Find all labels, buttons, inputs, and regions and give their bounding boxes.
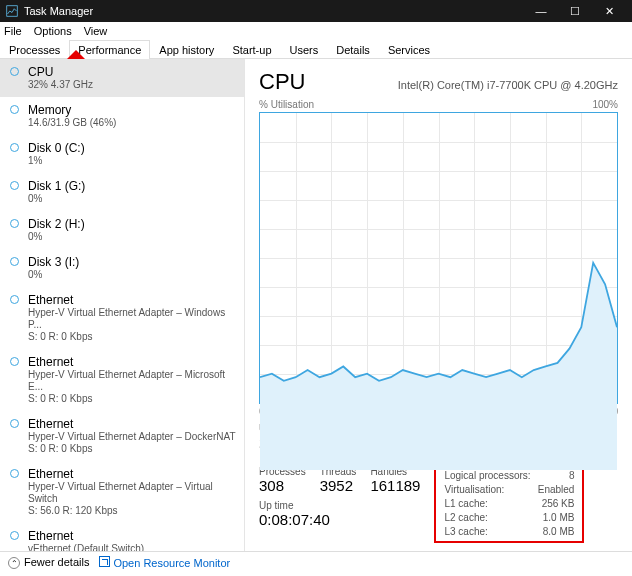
detail-value: 1.0 MB xyxy=(543,511,575,525)
detail-key: L2 cache: xyxy=(444,511,487,525)
stat-processes-value: 308 xyxy=(259,477,306,494)
open-resource-monitor-label: Open Resource Monitor xyxy=(113,557,230,569)
stat-threads: Threads 3952 xyxy=(320,466,357,494)
stat-handles: Handles 161189 xyxy=(370,466,420,494)
tab-details[interactable]: Details xyxy=(327,40,379,59)
sidebar-item-title: CPU xyxy=(28,65,236,79)
tab-app-history[interactable]: App history xyxy=(150,40,223,59)
sidebar-item-cpu[interactable]: CPU32% 4.37 GHz xyxy=(0,59,244,97)
minimize-button[interactable]: — xyxy=(524,5,558,17)
cpu-model: Intel(R) Core(TM) i7-7700K CPU @ 4.20GHz xyxy=(398,79,618,91)
sidebar-item-title: Ethernet xyxy=(28,355,236,369)
sidebar-item-disk-0-c-[interactable]: Disk 0 (C:)1% xyxy=(0,135,244,173)
sidebar-item-title: Ethernet xyxy=(28,467,236,481)
detail-row: Logical processors:8 xyxy=(444,469,574,483)
detail-row: L3 cache:8.0 MB xyxy=(444,525,574,539)
main-panel: CPU Intel(R) Core(TM) i7-7700K CPU @ 4.2… xyxy=(245,59,632,551)
menu-options[interactable]: Options xyxy=(34,25,72,37)
sidebar-item-sub: 0% xyxy=(28,193,236,205)
sidebar-item-sub: 0% xyxy=(28,231,236,243)
sidebar-item-title: Disk 1 (G:) xyxy=(28,179,236,193)
tabs: Processes Performance App history Start-… xyxy=(0,40,632,59)
detail-row: L1 cache:256 KB xyxy=(444,497,574,511)
sidebar-item-title: Disk 3 (I:) xyxy=(28,255,236,269)
titlebar: Task Manager — ☐ ✕ xyxy=(0,0,632,22)
activity-icon xyxy=(10,219,19,228)
sidebar-item-title: Disk 2 (H:) xyxy=(28,217,236,231)
stat-threads-value: 3952 xyxy=(320,477,357,494)
tab-performance[interactable]: Performance xyxy=(69,40,150,59)
sidebar-item-sub: 32% 4.37 GHz xyxy=(28,79,236,91)
activity-icon xyxy=(10,419,19,428)
activity-icon xyxy=(10,295,19,304)
svg-marker-1 xyxy=(260,263,617,470)
activity-icon xyxy=(10,531,19,540)
sidebar-item-sub: Hyper-V Virtual Ethernet Adapter – Windo… xyxy=(28,307,236,343)
detail-value: 8 xyxy=(569,469,575,483)
menubar: File Options View xyxy=(0,22,632,40)
activity-icon xyxy=(10,143,19,152)
activity-icon xyxy=(10,105,19,114)
sidebar-item-ethernet[interactable]: EthernetHyper-V Virtual Ethernet Adapter… xyxy=(0,411,244,461)
sidebar-item-ethernet[interactable]: EthernetHyper-V Virtual Ethernet Adapter… xyxy=(0,461,244,523)
detail-row: Virtualisation:Enabled xyxy=(444,483,574,497)
maximize-button[interactable]: ☐ xyxy=(558,5,592,18)
stat-uptime-value: 0:08:07:40 xyxy=(259,511,420,528)
activity-icon xyxy=(10,469,19,478)
sidebar-item-sub: Hyper-V Virtual Ethernet Adapter – Virtu… xyxy=(28,481,236,517)
tab-services[interactable]: Services xyxy=(379,40,439,59)
sidebar-item-disk-3-i-[interactable]: Disk 3 (I:)0% xyxy=(0,249,244,287)
stat-handles-value: 161189 xyxy=(370,477,420,494)
detail-value: 8.0 MB xyxy=(543,525,575,539)
stat-uptime: Up time 0:08:07:40 xyxy=(259,500,420,528)
cpu-chart xyxy=(259,112,618,404)
detail-value: Enabled xyxy=(538,483,575,497)
activity-icon xyxy=(10,181,19,190)
sidebar-item-title: Memory xyxy=(28,103,236,117)
sidebar-item-disk-2-h-[interactable]: Disk 2 (H:)0% xyxy=(0,211,244,249)
open-resource-monitor-link[interactable]: Open Resource Monitor xyxy=(99,556,230,569)
sidebar-item-ethernet[interactable]: EthernetHyper-V Virtual Ethernet Adapter… xyxy=(0,349,244,411)
sidebar-item-title: Disk 0 (C:) xyxy=(28,141,236,155)
svg-rect-0 xyxy=(7,6,18,17)
sidebar-item-sub: 14.6/31.9 GB (46%) xyxy=(28,117,236,129)
close-button[interactable]: ✕ xyxy=(592,5,626,18)
resmon-icon xyxy=(99,556,110,567)
sidebar-item-ethernet[interactable]: EthernetvEthernet (Default Switch)S: 0 R… xyxy=(0,523,244,551)
sidebar-item-memory[interactable]: Memory14.6/31.9 GB (46%) xyxy=(0,97,244,135)
sidebar: CPU32% 4.37 GHzMemory14.6/31.9 GB (46%)D… xyxy=(0,59,245,551)
activity-icon xyxy=(10,357,19,366)
axis-top-right: 100% xyxy=(592,99,618,110)
sidebar-item-disk-1-g-[interactable]: Disk 1 (G:)0% xyxy=(0,173,244,211)
detail-value: 256 KB xyxy=(542,497,575,511)
activity-icon xyxy=(10,257,19,266)
sidebar-item-sub: Hyper-V Virtual Ethernet Adapter – Docke… xyxy=(28,431,236,455)
footer: ⌃Fewer details Open Resource Monitor xyxy=(0,551,632,573)
page-title: CPU xyxy=(259,69,305,95)
sidebar-item-sub: Hyper-V Virtual Ethernet Adapter – Micro… xyxy=(28,369,236,405)
activity-icon xyxy=(10,67,19,76)
tab-start-up[interactable]: Start-up xyxy=(223,40,280,59)
detail-row: L2 cache:1.0 MB xyxy=(444,511,574,525)
detail-key: L1 cache: xyxy=(444,497,487,511)
sidebar-item-title: Ethernet xyxy=(28,417,236,431)
fewer-details-button[interactable]: ⌃Fewer details xyxy=(8,556,89,570)
detail-key: L3 cache: xyxy=(444,525,487,539)
sidebar-item-title: Ethernet xyxy=(28,529,236,543)
taskmgr-icon xyxy=(6,5,18,17)
tab-processes[interactable]: Processes xyxy=(0,40,69,59)
stat-uptime-label: Up time xyxy=(259,500,420,511)
window-title: Task Manager xyxy=(24,5,93,17)
sidebar-item-sub: 0% xyxy=(28,269,236,281)
axis-top-left: % Utilisation xyxy=(259,99,314,110)
sidebar-item-title: Ethernet xyxy=(28,293,236,307)
detail-key: Logical processors: xyxy=(444,469,530,483)
menu-view[interactable]: View xyxy=(84,25,108,37)
fewer-details-label: Fewer details xyxy=(24,556,89,568)
sidebar-item-ethernet[interactable]: EthernetHyper-V Virtual Ethernet Adapter… xyxy=(0,287,244,349)
detail-key: Virtualisation: xyxy=(444,483,504,497)
menu-file[interactable]: File xyxy=(4,25,22,37)
tab-users[interactable]: Users xyxy=(281,40,328,59)
chevron-up-icon: ⌃ xyxy=(8,557,20,569)
sidebar-item-sub: vEthernet (Default Switch)S: 0 R: 0 Kbps xyxy=(28,543,236,551)
